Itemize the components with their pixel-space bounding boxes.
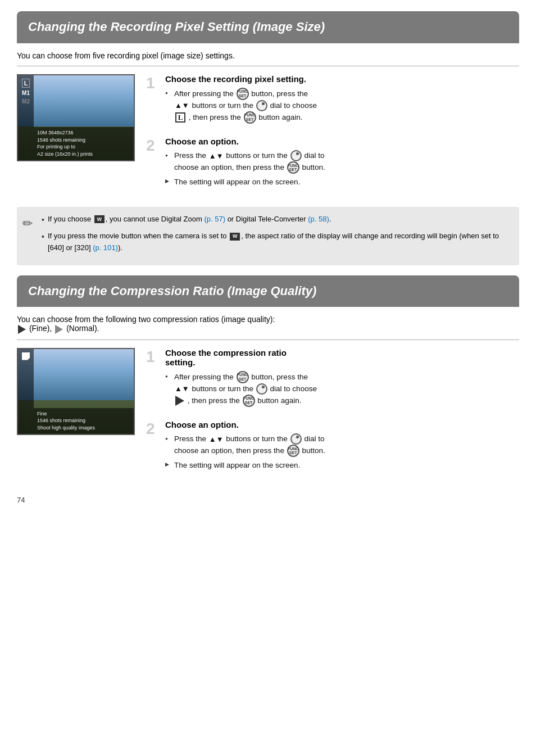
section1-steps-panel: L M1 M2 10M 3648x2736 1546 shots remaini… <box>17 74 519 201</box>
print-size: A2 size (16x20 in.) prints <box>37 151 130 158</box>
step2-b1-text-press: Press the <box>174 151 208 160</box>
s2-step2-b1-end: button. <box>302 446 325 455</box>
func-btn-3: FUNCSET <box>287 161 299 174</box>
s2-text-button-press: button, press the <box>251 372 308 381</box>
camera-info-overlay: 10M 3648x2736 1546 shots remaining For p… <box>34 127 134 160</box>
s2-func-btn-1: FUNCSET <box>237 371 249 383</box>
text-then-press: , then press the <box>189 113 243 121</box>
s2-step2-title: Choose an option. <box>165 420 519 429</box>
s2-dial-icon-2 <box>290 433 302 445</box>
section2-header: Changing the Compression Ratio (Image Qu… <box>17 275 519 307</box>
movie-icon-2 <box>230 233 240 241</box>
section1-title: Changing the Recording Pixel Setting (Im… <box>28 19 508 35</box>
page-number: 74 <box>17 496 519 504</box>
section2-steps-panel: Fine 1546 shots remaining Shoot high qua… <box>17 348 519 485</box>
s2-text-then-press: , then press the <box>188 396 242 405</box>
s2-updown-arrows-2: ▲▼ <box>209 435 224 443</box>
step2-bullet1: Press the ▲▼ buttons or turn the dial to… <box>165 150 519 174</box>
text-buttons-or-turn: buttons or turn the <box>192 101 256 110</box>
step2-b1-text-btns: buttons or turn the <box>226 151 289 160</box>
fine-selector-icon <box>22 352 30 360</box>
fine-label: (Fine), <box>29 324 54 333</box>
step1-body: Choose the recording pixel setting. Afte… <box>165 74 519 126</box>
s2-step2-number: 2 <box>146 421 160 474</box>
camera2-info-overlay: Fine 1546 shots remaining Shoot high qua… <box>34 408 134 434</box>
l-size-icon: L <box>175 112 185 123</box>
shots-remaining: 1546 shots remaining <box>37 137 130 144</box>
section1-note-box: ✏ If you choose , you cannot use Digital… <box>17 207 519 265</box>
s2-updown-arrows-1: ▲▼ <box>175 384 189 393</box>
s2-step2-bullet2: The setting will appear on the screen. <box>165 460 519 471</box>
s2-step1-body: Choose the compression ratio setting. Af… <box>165 348 519 410</box>
step2-number: 2 <box>146 138 160 191</box>
m1-selector-icon: M1 <box>22 90 30 96</box>
sky2-bg <box>18 349 134 402</box>
s2-step2-bullets: Press the ▲▼ buttons or turn the dial to… <box>165 433 519 472</box>
s2-step1-title: Choose the compression ratio setting. <box>165 348 519 367</box>
camera2-sidebar-ui <box>18 349 34 434</box>
section2-camera-screenshot: Fine 1546 shots remaining Shoot high qua… <box>17 348 135 435</box>
func-btn-1: FUNCSET <box>237 88 249 100</box>
section2-step1: 1 Choose the compression ratio setting. … <box>146 348 519 410</box>
quality-desc: Shoot high quality images <box>37 424 130 432</box>
fine-tri-size-icon <box>175 396 184 406</box>
s2-step2-bullet1: Press the ▲▼ buttons or turn the dial to… <box>165 433 519 457</box>
text-dial-to-choose: dial to choose <box>270 101 317 110</box>
section2-steps-content: 1 Choose the compression ratio setting. … <box>135 348 519 485</box>
section2-title: Changing the Compression Ratio (Image Qu… <box>28 283 508 300</box>
note2: If you press the movie button when the c… <box>42 230 510 254</box>
movie-icon-1 <box>94 215 105 223</box>
l-selector-icon: L <box>22 79 30 88</box>
normal-quality-icon <box>55 325 63 334</box>
m2-selector-icon: M2 <box>22 98 30 105</box>
s2-text-button-again: button again. <box>257 396 301 405</box>
fine-label-display: Fine <box>37 410 130 418</box>
s2-step2-b1-btns: buttons or turn the <box>226 434 289 443</box>
note1: If you choose , you cannot use Digital Z… <box>42 214 510 226</box>
section2-intro: You can choose from the following two co… <box>17 315 519 333</box>
s2-func-btn-3: FUNCSET <box>287 445 299 457</box>
s2-step2-b2-text: The setting will appear on the screen. <box>174 461 300 469</box>
section1-steps-content: 1 Choose the recording pixel setting. Af… <box>135 74 519 201</box>
updown-arrows-1: ▲▼ <box>175 101 189 110</box>
s2-func-btn-2: FUNCSET <box>243 395 255 407</box>
shots-remaining2: 1546 shots remaining <box>37 417 130 424</box>
s2-step1-bullets: After pressing the FUNCSET button, press… <box>165 371 519 407</box>
section1-camera-screenshot: L M1 M2 10M 3648x2736 1546 shots remaini… <box>17 74 135 161</box>
link-p101: (p. 101) <box>93 243 118 252</box>
s2-text-dial-to-choose: dial to choose <box>270 384 317 393</box>
note1-text: If you choose , you cannot use Digital Z… <box>48 214 331 226</box>
print-info: For printing up to <box>37 143 130 151</box>
section2-intro-text: You can choose from the following two co… <box>17 315 275 324</box>
text-button-again: button again. <box>258 113 302 121</box>
text-button-press: button, press the <box>251 89 308 97</box>
normal-label: (Normal). <box>66 324 99 333</box>
s2-step2-b1-press: Press the <box>174 434 208 443</box>
step2-title: Choose an option. <box>165 137 519 146</box>
step2-body: Choose an option. Press the ▲▼ buttons o… <box>165 137 519 191</box>
note2-text: If you press the movie button when the c… <box>48 230 510 254</box>
dial-icon-1 <box>256 100 267 111</box>
link-p57: (p. 57) <box>204 215 225 223</box>
step1-number: 1 <box>146 75 160 126</box>
s2-step1-number: 1 <box>146 349 160 410</box>
s2-dial-icon-1 <box>256 383 267 395</box>
section1-divider <box>17 66 519 66</box>
pencil-icon: ✏ <box>22 214 33 233</box>
step1-bullets: After pressing the FUNCSET button, press… <box>165 88 519 124</box>
section1-intro: You can choose from five recording pixel… <box>17 51 519 60</box>
step2-b2-text: The setting will appear on the screen. <box>174 178 300 186</box>
sky-bg <box>18 75 134 129</box>
section1-step2: 2 Choose an option. Press the ▲▼ buttons… <box>146 137 519 191</box>
section2-step2: 2 Choose an option. Press the ▲▼ buttons… <box>146 420 519 474</box>
updown-arrows-2: ▲▼ <box>209 152 224 160</box>
step1-bullet1: After pressing the FUNCSET button, press… <box>165 88 519 124</box>
step2-bullets: Press the ▲▼ buttons or turn the dial to… <box>165 150 519 188</box>
step2-b1-text-end: button. <box>302 163 325 171</box>
camera-sidebar-ui: L M1 M2 <box>18 75 34 160</box>
section1-step1: 1 Choose the recording pixel setting. Af… <box>146 74 519 126</box>
pixel-info: 10M 3648x2736 <box>37 129 130 137</box>
func-btn-2: FUNCSET <box>244 111 256 124</box>
s2-text-after-pressing: After pressing the <box>174 372 236 381</box>
s2-step1-bullet1: After pressing the FUNCSET button, press… <box>165 371 519 407</box>
